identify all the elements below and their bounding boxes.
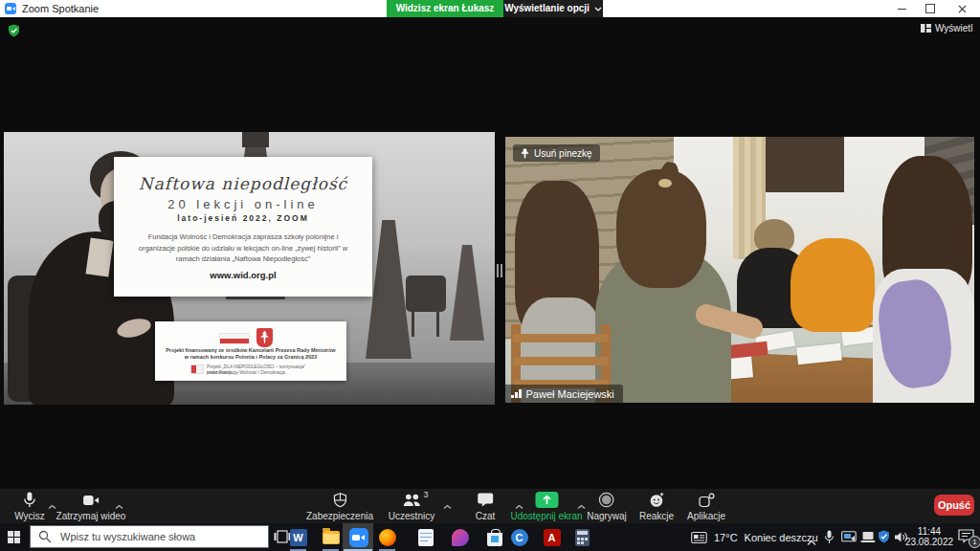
dark-doorway xyxy=(756,137,844,192)
tank-leg xyxy=(412,310,414,337)
chevron-down-icon xyxy=(594,7,602,11)
close-button[interactable] xyxy=(947,0,976,17)
windows-taskbar: W xyxy=(0,523,980,551)
taskbar-cleaner-icon[interactable]: C xyxy=(509,527,529,547)
window-title: Zoom Spotkanie xyxy=(22,0,99,17)
taskbar-store-icon[interactable] xyxy=(484,527,504,547)
clock-time: 11:44 xyxy=(903,526,955,537)
layout-icon xyxy=(921,24,931,33)
leave-meeting-button[interactable]: Opuść xyxy=(934,495,974,516)
minimize-icon xyxy=(898,9,906,10)
smiley-reactions-icon xyxy=(648,492,664,508)
search-input[interactable] xyxy=(58,530,244,543)
taskbar-explorer-icon[interactable] xyxy=(321,527,341,547)
taskbar-paint3d-icon[interactable] xyxy=(450,527,470,547)
chat-label: Czat xyxy=(476,511,496,521)
record-label: Nagrywaj xyxy=(587,511,627,521)
view-options-dropdown[interactable]: Wyświetlanie opcji xyxy=(503,0,603,17)
share-screen-label: Udostępnij ekran xyxy=(510,511,582,521)
tray-microphone-icon[interactable] xyxy=(824,530,835,548)
pinned-participant-video[interactable]: Usuń pinezkę Paweł Maciejewski xyxy=(505,137,974,403)
action-center-button[interactable]: 1 xyxy=(958,529,977,545)
participant-boy-orange-hoodie xyxy=(791,238,875,332)
promo-session-info: lato-jesień 2022, ZOOM xyxy=(114,213,372,223)
participants-count: 3 xyxy=(423,490,428,499)
zoom-app-icon xyxy=(5,3,16,14)
news-weather-icon xyxy=(691,531,707,544)
taskbar-clock[interactable]: 11:44 23.08.2022 xyxy=(903,526,955,547)
poland-eagle-emblem-icon xyxy=(256,328,273,347)
notification-count-badge: 1 xyxy=(969,536,980,548)
meeting-area: Wyświetl Naftowa niepodległość 20 lekcji… xyxy=(0,17,980,489)
hair-scrunchie xyxy=(658,179,672,187)
windows-logo-icon xyxy=(8,531,20,543)
taskbar-calculator-icon[interactable] xyxy=(572,527,592,547)
participants-label: Uczestnicy xyxy=(389,511,434,521)
security-button[interactable]: Zabezpieczenia xyxy=(306,492,373,521)
reactions-button[interactable]: Reakcje xyxy=(639,492,674,521)
view-options-label: Wyświetlanie opcji xyxy=(504,0,590,17)
tray-security-shield-icon[interactable] xyxy=(878,530,890,547)
taskbar-firefox-icon[interactable] xyxy=(377,527,397,547)
taskbar-weather-widget[interactable]: 17°C Koniec deszczu xyxy=(691,523,818,551)
chat-bubble-icon xyxy=(478,493,494,507)
unpin-button[interactable]: Usuń pinezkę xyxy=(513,144,600,162)
promo-card: Naftowa niepodległość 20 lekcji on-line … xyxy=(114,157,372,297)
shared-screen-video[interactable]: Naftowa niepodległość 20 lekcji on-line … xyxy=(4,132,495,405)
window-titlebar: Zoom Spotkanie Widzisz ekran Łukasz Wron… xyxy=(0,0,980,17)
funding-line4: przez Fundację Wolność i Demokracja. xyxy=(207,370,322,376)
record-icon xyxy=(599,492,615,508)
video-split-handle[interactable] xyxy=(497,264,502,277)
microphone-icon xyxy=(22,492,36,508)
participant-name-badge: Paweł Maciejewski xyxy=(505,385,623,403)
close-icon xyxy=(958,5,967,13)
view-layout-button[interactable]: Wyświetl xyxy=(921,21,972,35)
poland-flag-icon xyxy=(220,334,249,343)
participant-name: Paweł Maciejewski xyxy=(526,388,614,400)
zoom-toolbar: Wycisz Zatrzymaj wideo Zabezpieczenia 3 … xyxy=(0,489,980,523)
maximize-icon xyxy=(925,4,935,13)
share-screen-icon xyxy=(535,492,558,508)
tray-device-icon[interactable] xyxy=(860,530,876,547)
apps-button[interactable]: Aplikacje xyxy=(687,492,725,521)
video-options-chevron[interactable] xyxy=(115,496,123,514)
unpin-label: Usuń pinezkę xyxy=(534,148,592,159)
maximize-button[interactable] xyxy=(917,0,944,17)
share-screen-button[interactable]: Udostępnij ekran xyxy=(510,492,582,521)
promo-subtitle: 20 lekcji on-line xyxy=(114,197,372,211)
video-camera-icon xyxy=(83,495,100,506)
view-layout-label: Wyświetl xyxy=(935,23,972,33)
chat-button[interactable]: Czat xyxy=(476,492,496,521)
audio-signal-icon xyxy=(511,389,522,398)
screen: Zoom Spotkanie Widzisz ekran Łukasz Wron… xyxy=(0,0,980,551)
promo-description: Fundacja Wolność i Demokracja zaprasza s… xyxy=(132,231,354,265)
search-icon xyxy=(38,530,52,543)
funding-box: Projekt finansowany ze środków Kancelari… xyxy=(155,321,346,381)
weather-temp: 17°C xyxy=(714,532,738,543)
derrick-top-box xyxy=(242,132,269,147)
record-button[interactable]: Nagrywaj xyxy=(587,492,627,521)
oil-tank-silhouette xyxy=(406,276,446,312)
taskbar-acrobat-icon[interactable]: A xyxy=(542,527,562,547)
participants-options-chevron[interactable] xyxy=(443,496,452,514)
taskbar-word-icon[interactable]: W xyxy=(288,527,308,547)
security-shield-icon xyxy=(332,493,346,508)
tray-expand-chevron[interactable] xyxy=(807,533,816,550)
taskbar-search[interactable] xyxy=(30,525,269,548)
reactions-label: Reakcje xyxy=(639,511,674,521)
participants-button[interactable]: 3 Uczestnicy xyxy=(389,492,434,521)
minimize-button[interactable] xyxy=(888,0,915,17)
taskbar-zoom-icon[interactable] xyxy=(348,527,368,547)
promo-title: Naftowa niepodległość xyxy=(114,174,372,193)
start-button[interactable] xyxy=(0,523,27,551)
meeting-security-shield-icon[interactable] xyxy=(8,24,20,41)
participants-icon xyxy=(402,493,420,507)
promo-url: www.wid.org.pl xyxy=(114,270,372,280)
tray-display-share-icon[interactable] xyxy=(841,530,857,547)
pin-icon xyxy=(521,148,529,159)
share-options-chevron[interactable] xyxy=(577,496,586,514)
screen-viewing-badge: Widzisz ekran Łukasz Wrona xyxy=(387,0,503,17)
taskbar-notepad-icon[interactable] xyxy=(415,527,435,547)
mute-button[interactable]: Wycisz xyxy=(14,492,45,521)
foundation-logo-icon xyxy=(191,365,203,373)
